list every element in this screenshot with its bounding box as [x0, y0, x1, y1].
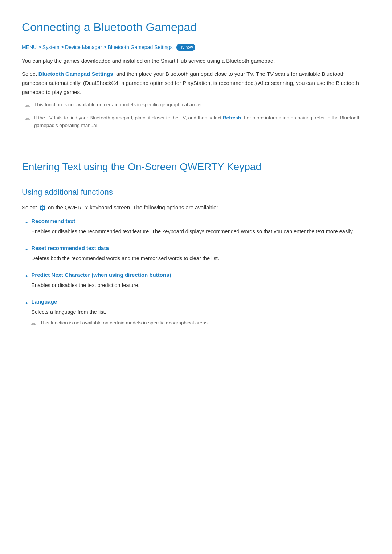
- section1-body2-prefix: Select: [22, 71, 38, 77]
- bluetooth-gamepad-settings-link[interactable]: Bluetooth Gamepad Settings: [38, 71, 113, 77]
- list-item-predict: • Predict Next Character (when using dir…: [25, 271, 370, 290]
- bullet-content-3: Predict Next Character (when using direc…: [31, 271, 370, 290]
- list-item-language: • Language Selects a language from the l…: [25, 297, 370, 332]
- bullet-content-1: Recommend text Enables or disables the r…: [31, 217, 370, 236]
- breadcrumb-bluetooth-settings[interactable]: Bluetooth Gamepad Settings: [108, 43, 173, 51]
- section-divider: [22, 144, 370, 144]
- note1-icon: ✏: [25, 102, 30, 111]
- section3-intro-prefix: Select: [22, 204, 38, 210]
- bullet-dot-3: •: [25, 271, 28, 282]
- predict-desc: Enables or disables the text prediction …: [31, 282, 139, 288]
- language-note-text: This function is not available on certai…: [40, 319, 209, 327]
- section3-title: Using additional functions: [22, 186, 370, 198]
- language-note-icon: ✏: [31, 320, 36, 329]
- list-item-reset: • Reset recommended text data Deletes bo…: [25, 244, 370, 263]
- section3-intro: Select on the QWERTY keyboard screen. Th…: [22, 203, 370, 212]
- list-item-recommend: • Recommend text Enables or disables the…: [25, 217, 370, 236]
- recommend-text-desc: Enables or disables the recommended text…: [31, 229, 354, 234]
- breadcrumb-menu[interactable]: MENU: [22, 43, 37, 51]
- bullet-dot-4: •: [25, 298, 28, 309]
- note1-text: This function is not available on certai…: [34, 101, 203, 109]
- bullet-content-2: Reset recommended text data Deletes both…: [31, 244, 370, 263]
- breadcrumb-sep3: >: [103, 44, 106, 51]
- reset-text-title[interactable]: Reset recommended text data: [31, 244, 370, 253]
- gear-icon: [39, 205, 46, 211]
- refresh-link[interactable]: Refresh: [223, 115, 241, 120]
- breadcrumb-device-manager[interactable]: Device Manager: [65, 43, 102, 51]
- note1-block: ✏ This function is not available on cert…: [22, 101, 370, 111]
- breadcrumb-sep2: >: [61, 44, 64, 51]
- recommend-text-title[interactable]: Recommend text: [31, 217, 370, 226]
- language-title[interactable]: Language: [31, 297, 370, 306]
- section1-body1: You can play the games downloaded and in…: [22, 57, 370, 66]
- breadcrumb-sep1: >: [38, 44, 41, 51]
- bullet-dot-1: •: [25, 218, 28, 228]
- language-desc: Selects a language from the list.: [31, 309, 106, 315]
- note2-prefix: If the TV fails to find your Bluetooth g…: [34, 115, 223, 120]
- bullet-dot-2: •: [25, 245, 28, 255]
- breadcrumb: MENU > System > Device Manager > Bluetoo…: [22, 43, 370, 51]
- try-now-badge[interactable]: Try now: [176, 44, 196, 52]
- note2-icon: ✏: [25, 115, 30, 124]
- predict-title[interactable]: Predict Next Character (when using direc…: [31, 271, 370, 279]
- bullet-list: • Recommend text Enables or disables the…: [22, 217, 370, 333]
- language-note-block: ✏ This function is not available on cert…: [31, 319, 370, 329]
- note2-block: ✏ If the TV fails to find your Bluetooth…: [22, 114, 370, 130]
- section3-intro-suffix: on the QWERTY keyboard screen. The follo…: [46, 204, 218, 210]
- section2-title: Entering Text using the On-Screen QWERTY…: [22, 159, 370, 175]
- bullet-content-4: Language Selects a language from the lis…: [31, 297, 370, 332]
- section1-title: Connecting a Bluetooth Gamepad: [22, 18, 370, 37]
- note2-text: If the TV fails to find your Bluetooth g…: [34, 114, 370, 130]
- breadcrumb-system[interactable]: System: [42, 43, 60, 51]
- section1-body2: Select Bluetooth Gamepad Settings, and t…: [22, 70, 370, 97]
- reset-text-desc: Deletes both the recommended words and t…: [31, 255, 219, 261]
